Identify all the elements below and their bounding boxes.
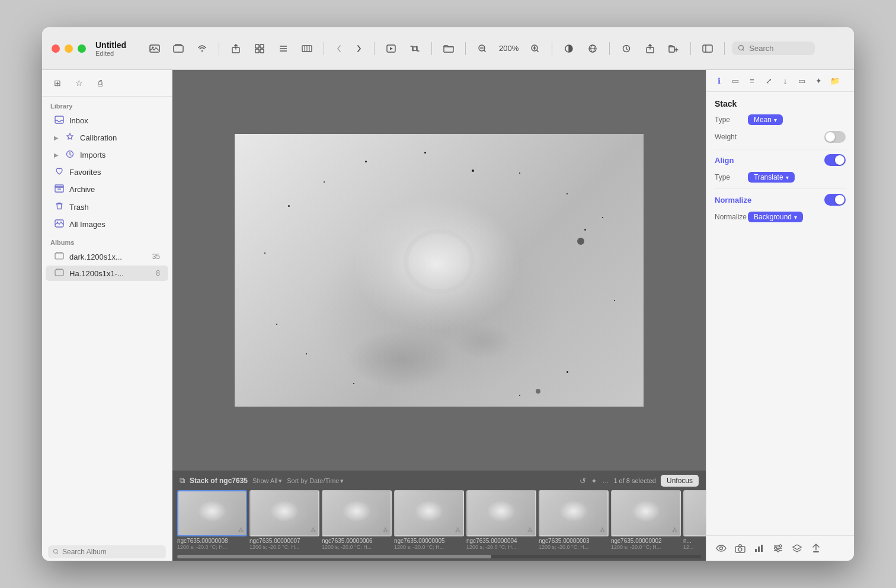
svg-rect-8 [260, 49, 264, 53]
type-dropdown[interactable]: Mean ▾ [748, 114, 783, 125]
sidebar-action-2[interactable]: ☆ [71, 75, 87, 91]
sidebar-item-favorites[interactable]: Favorites [46, 164, 168, 180]
zoom-out-icon[interactable] [473, 39, 492, 58]
filmstrip-thumb-4: ⁂ [466, 490, 536, 536]
filmstrip-item-6[interactable]: ⁂ ngc7635.00000002 1200 s; -20.0 °C; H..… [611, 490, 681, 550]
search-input[interactable] [749, 44, 808, 53]
export-icon[interactable] [641, 39, 660, 58]
maximize-button[interactable] [78, 44, 86, 53]
close-button[interactable] [52, 44, 60, 53]
filmstrip-image-7 [684, 491, 706, 535]
folder-icon[interactable] [439, 39, 458, 58]
panel-tab-histogram[interactable]: ▭ [728, 74, 743, 88]
sidebar-item-dark[interactable]: dark.1200s1x... 35 [46, 249, 168, 264]
panel-tab-folder[interactable]: 📁 [827, 74, 843, 88]
filmstrip-image-5 [540, 491, 607, 535]
zoom-in-icon[interactable] [526, 39, 545, 58]
filmstrip-icon[interactable] [297, 39, 316, 58]
filmstrip-item-4[interactable]: ⁂ ngc7635.00000004 1200 s; -20.0 °C; H..… [466, 490, 536, 550]
grid-icon[interactable] [250, 39, 269, 58]
layers-icon[interactable] [789, 541, 805, 556]
filmstrip-scrollbar[interactable] [177, 555, 701, 558]
star [602, 217, 603, 218]
separator-5 [465, 42, 466, 55]
minimize-button[interactable] [65, 44, 73, 53]
sidebar-toggle-icon[interactable] [698, 39, 717, 58]
folder-add-icon[interactable] [664, 39, 683, 58]
sidebar-item-trash[interactable]: Trash [46, 199, 168, 215]
dark-album-icon [54, 252, 65, 261]
divider-1 [715, 149, 846, 149]
sidebar-action-3[interactable]: ⎙ [92, 75, 108, 91]
panel-tabs: ℹ ▭ ≡ ⤢ ↓ ▭ ✦ 📁 [706, 70, 854, 92]
inbox-label: Inbox [69, 116, 88, 125]
search-bar[interactable] [732, 41, 815, 55]
library-icon[interactable] [169, 39, 188, 58]
sidebar-item-calibration[interactable]: ▶ Calibration [46, 130, 168, 146]
normalize-type-dropdown[interactable]: Background ▾ [748, 212, 803, 222]
filmstrip-item-5[interactable]: ⁂ ngc7635.00000003 1200 s; -20.0 °C; H..… [539, 490, 609, 550]
sidebar-item-all-images[interactable]: All Images [46, 216, 168, 232]
panel-tab-star[interactable]: ✦ [811, 74, 826, 88]
filmstrip-item-2[interactable]: ⁂ ngc7635.00000006 1200 s; -20.0 °C; H..… [322, 490, 392, 550]
type-row: Type Mean ▾ [715, 114, 846, 125]
panel-tab-list[interactable]: ≡ [744, 74, 760, 88]
filmstrip-stars-icon-3: ⁂ [455, 528, 460, 533]
camera-icon[interactable] [732, 541, 748, 556]
filmstrip-name-4: ngc7635.00000004 [466, 538, 536, 544]
normalize-toggle-knob [835, 195, 844, 204]
nav-forward[interactable] [351, 41, 367, 56]
sidebar-item-ha[interactable]: Ha.1200s1x1-... 8 [46, 266, 168, 281]
filmstrip-icon-2[interactable]: ✦ [591, 477, 597, 485]
list-icon[interactable] [274, 39, 293, 58]
filmstrip-item-0[interactable]: ⁂ ngc7635.00000008 1200 s; -20.0 °C; H..… [177, 490, 247, 550]
clip-icon[interactable] [808, 541, 824, 556]
show-all-button[interactable]: Show All ▾ [252, 477, 282, 485]
panel-tab-download[interactable]: ↓ [777, 74, 793, 88]
bar-chart-icon[interactable] [751, 541, 767, 556]
play-icon[interactable] [382, 39, 401, 58]
wifi-icon[interactable] [193, 39, 212, 58]
sidebar-action-1[interactable]: ⊞ [49, 75, 66, 91]
unfocus-button[interactable]: Unfocus [661, 475, 699, 487]
separator-2 [324, 42, 324, 55]
history-icon[interactable] [617, 39, 636, 58]
normalize-toggle[interactable] [824, 194, 846, 206]
sidebar-search-input[interactable] [62, 548, 161, 556]
sidebar-item-inbox[interactable]: Inbox [46, 113, 168, 129]
filmstrip-item-7[interactable]: ⁂ n... 12... [683, 490, 706, 550]
normalize-row: Normalize [715, 194, 846, 206]
svg-rect-5 [255, 44, 259, 48]
align-type-dropdown[interactable]: Translate ▾ [748, 172, 795, 183]
separator-3 [374, 42, 375, 55]
share-icon[interactable] [226, 39, 245, 58]
photos-icon[interactable] [145, 39, 164, 58]
normalize-type-dropdown-arrow: ▾ [794, 214, 797, 220]
filmstrip-image-3 [395, 491, 463, 535]
panel-tab-minus[interactable]: ▭ [794, 74, 809, 88]
separator-4 [431, 42, 432, 55]
sidebar-item-imports[interactable]: ▶ Imports [46, 147, 168, 163]
align-type-row: Type Translate ▾ [715, 172, 846, 183]
eye-icon[interactable] [713, 541, 729, 556]
nav-back[interactable] [331, 41, 347, 56]
trash-icon [54, 202, 65, 212]
adjust-icon[interactable] [770, 541, 786, 556]
filmstrip-icon-1[interactable]: ↺ [580, 477, 586, 485]
crop-icon[interactable] [405, 39, 424, 58]
filmstrip-item-1[interactable]: ⁂ ngc7635.00000007 1200 s; -20.0 °C; H..… [249, 490, 319, 550]
star [614, 300, 615, 301]
filmstrip-meta-5: 1200 s; -20.0 °C; H... [539, 544, 609, 550]
sort-button[interactable]: Sort by Date/Time ▾ [287, 477, 344, 485]
align-toggle[interactable] [824, 154, 846, 166]
panel-tab-resize[interactable]: ⤢ [761, 74, 776, 88]
weight-toggle[interactable] [824, 131, 846, 143]
svg-point-49 [777, 549, 779, 552]
sidebar-item-archive[interactable]: Archive [46, 181, 168, 197]
dark-album-label: dark.1200s1x... [69, 253, 122, 261]
globe-icon[interactable] [583, 39, 602, 58]
panel-tab-info[interactable]: ℹ [711, 74, 727, 88]
contrast-icon[interactable] [559, 39, 578, 58]
filmstrip-item-3[interactable]: ⁂ ngc7635.00000005 1200 s; -20.0 °C; H..… [394, 490, 464, 550]
sidebar-search[interactable] [48, 545, 166, 558]
